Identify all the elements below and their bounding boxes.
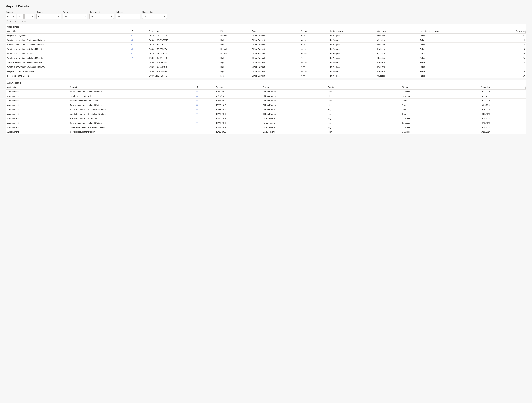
cell-case-title: Follow up on the Modem	[6, 74, 129, 78]
scroll-down-icon	[525, 77, 526, 78]
cell-status: Active	[300, 34, 329, 38]
table-row[interactable]: Wants to know about Devices and DriversC…	[6, 65, 526, 69]
cell-case-type: Problem	[376, 60, 418, 65]
col-priority[interactable]: Priority	[219, 29, 250, 34]
cell-priority: High	[327, 94, 400, 99]
col-activity-type[interactable]: Activity type	[6, 85, 69, 90]
table-row[interactable]: AppointmentWants to know about Install a…	[6, 107, 526, 112]
table-row[interactable]: Wants to know about PrintersCAS-01178-T9…	[6, 51, 526, 56]
col-case-number[interactable]: Case number	[147, 29, 219, 34]
scroll-thumb[interactable]	[525, 31, 526, 33]
col-status[interactable]: Status	[400, 85, 479, 90]
activity-details-table: Activity type Subject URL Due date Owner…	[6, 85, 526, 134]
col-url[interactable]: URL	[129, 29, 147, 34]
link-icon[interactable]	[129, 60, 147, 65]
link-icon[interactable]	[194, 103, 214, 107]
table-row[interactable]: AppointmentFollow up on the Install and …	[6, 90, 526, 94]
table-row[interactable]: AppointmentService Request for Modem10/2…	[6, 130, 526, 134]
table-row[interactable]: Service Request for Devices and DriversC…	[6, 43, 526, 47]
link-icon[interactable]	[194, 99, 214, 103]
cell-case-number: CAS-01130-W3T2M7	[147, 38, 219, 43]
table-row[interactable]: AppointmentWants to know about Install a…	[6, 112, 526, 116]
link-icon[interactable]	[129, 47, 147, 51]
cell-subject: Wants to know about Keyboard	[69, 116, 194, 121]
cell-case-title: Wants to know about Devices and Drivers	[6, 38, 129, 43]
cell-priority: High	[327, 90, 400, 94]
link-icon[interactable]	[194, 125, 214, 130]
case-table-scrollbar[interactable]	[524, 29, 526, 78]
col-status[interactable]: Status	[300, 29, 329, 34]
col-owner[interactable]: Owner	[261, 85, 327, 90]
table-row[interactable]: AppointmentService Request for Printers1…	[6, 94, 526, 99]
cell-contacted: False	[418, 47, 495, 51]
table-row[interactable]: Service Request for Install and UpdateCA…	[6, 60, 526, 65]
case-status-select[interactable]: All	[142, 14, 167, 19]
agent-select[interactable]: All	[63, 14, 87, 19]
table-row[interactable]: AppointmentDispute on Devices and Driver…	[6, 99, 526, 103]
table-row[interactable]: Wants to know about Install and UpdateCA…	[6, 47, 526, 51]
col-subject[interactable]: Subject	[69, 85, 194, 90]
col-created[interactable]: Created on	[479, 85, 526, 90]
col-status-reason[interactable]: Status reason	[329, 29, 376, 34]
table-row[interactable]: Wants to know about Install and UpdateCA…	[6, 56, 526, 60]
link-icon[interactable]	[194, 116, 214, 121]
link-icon[interactable]	[129, 69, 147, 74]
filter-case-priority-label: Case priority	[89, 11, 114, 13]
link-icon[interactable]	[129, 74, 147, 78]
duration-value-input[interactable]: 30	[17, 14, 24, 19]
agent-value: All	[64, 15, 67, 18]
duration-unit-select[interactable]: Days	[25, 14, 34, 19]
cell-created: 10/21/2019	[479, 103, 526, 107]
cell-case-title: Dispute on Devices and Drivers	[6, 69, 129, 74]
col-url[interactable]: URL	[194, 85, 214, 90]
duration-relative-select[interactable]: Last	[6, 14, 16, 19]
table-row[interactable]: Dispute on Devices and DriversCAS-01230-…	[6, 69, 526, 74]
link-icon[interactable]	[129, 38, 147, 43]
cell-priority: Normal	[219, 34, 250, 38]
link-icon[interactable]	[129, 51, 147, 56]
cell-status: Active	[300, 74, 329, 78]
table-row[interactable]: AppointmentWants to know about Keyboard1…	[6, 116, 526, 121]
col-owner[interactable]: Owner	[250, 29, 299, 34]
subject-select[interactable]: All	[116, 14, 140, 19]
cell-activity-type: Appointment	[6, 112, 69, 116]
link-icon[interactable]	[194, 112, 214, 116]
cell-owner: Clifton Earnest	[250, 51, 299, 56]
cell-status: Canceled	[400, 130, 479, 134]
col-case-title[interactable]: Case title	[6, 29, 129, 34]
link-icon[interactable]	[129, 56, 147, 60]
cell-status: Active	[300, 43, 329, 47]
table-row[interactable]: Dispute on KeyboardCAS-01111-L1F0X0Norma…	[6, 34, 526, 38]
link-icon[interactable]	[194, 94, 214, 99]
cell-case-age: 16	[495, 47, 526, 51]
link-icon[interactable]	[129, 43, 147, 47]
cell-priority: High	[219, 65, 250, 69]
table-row[interactable]: AppointmentFollow up on the Install and …	[6, 121, 526, 125]
scroll-thumb[interactable]	[525, 87, 526, 89]
link-icon[interactable]	[194, 121, 214, 125]
link-icon[interactable]	[129, 34, 147, 38]
col-due-date[interactable]: Due date	[215, 85, 262, 90]
cell-created: 10/21/2019	[479, 90, 526, 94]
cell-status-reason: In Progress	[329, 60, 376, 65]
table-row[interactable]: AppointmentFollow up on the Install and …	[6, 103, 526, 107]
cell-contacted: False	[418, 43, 495, 47]
col-case-type[interactable]: Case type	[376, 29, 418, 34]
case-priority-select[interactable]: All	[89, 14, 114, 19]
col-contacted[interactable]: Is customer contacted	[418, 29, 495, 34]
cell-status-reason: In Progress	[329, 69, 376, 74]
activity-table-scrollbar[interactable]	[524, 85, 526, 134]
queue-select[interactable]: All	[37, 14, 61, 19]
table-row[interactable]: AppointmentService Request for Install a…	[6, 125, 526, 130]
filter-case-status-label: Case status	[142, 11, 167, 13]
link-icon[interactable]	[129, 65, 147, 69]
col-priority[interactable]: Priority	[327, 85, 400, 90]
link-icon[interactable]	[194, 130, 214, 134]
link-icon[interactable]	[194, 107, 214, 112]
col-case-age[interactable]: Case age	[495, 29, 526, 34]
table-row[interactable]: Follow up on the ModemCAS-01232-H2S7P0Lo…	[6, 74, 526, 78]
table-row[interactable]: Wants to know about Devices and DriversC…	[6, 38, 526, 43]
cell-owner: Clifton Earnest	[250, 60, 299, 65]
link-icon[interactable]	[194, 90, 214, 94]
cell-case-type: Problem	[376, 69, 418, 74]
